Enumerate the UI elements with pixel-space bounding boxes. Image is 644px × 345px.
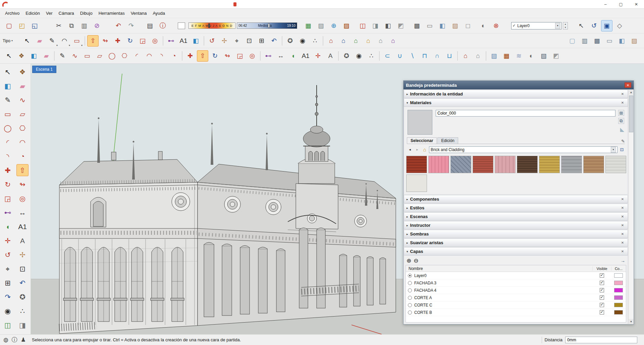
dimension-tool[interactable]: ↔ xyxy=(16,206,29,218)
separator[interactable] xyxy=(457,51,458,61)
section-sombras[interactable]: ▸ Sombras ✕ xyxy=(404,230,628,238)
material-brick-red[interactable] xyxy=(406,156,427,173)
paste-button[interactable]: ▥ xyxy=(78,20,90,31)
position-camera-tool[interactable]: ✪ xyxy=(16,291,29,303)
menu-camara[interactable]: Cámara xyxy=(56,9,77,17)
layer-color-swatch[interactable] xyxy=(614,295,623,300)
material-cladding-tan[interactable] xyxy=(583,156,604,173)
distance-input[interactable] xyxy=(565,337,637,343)
materials-browser-button[interactable]: ▦ xyxy=(501,50,512,62)
shadow-time-slider[interactable]: 06:42 Mediodía 19:10 xyxy=(237,22,297,29)
orbit-tool[interactable]: ↺ xyxy=(2,249,14,261)
layer-radio[interactable] xyxy=(408,274,412,278)
eraser-tool[interactable]: ▰ xyxy=(16,80,29,92)
look-around-tool[interactable]: ◉ xyxy=(2,305,14,317)
menu-edicion[interactable]: Edición xyxy=(22,9,43,17)
add-layer-button[interactable]: ⊕ xyxy=(407,258,411,264)
layer-spinner[interactable]: ▴ ▾ xyxy=(563,22,568,29)
move-button[interactable]: ✚ xyxy=(112,35,123,47)
scroll-down-icon[interactable]: ▼ xyxy=(629,319,634,324)
section-escenas[interactable]: ▸ Escenas ✕ xyxy=(404,212,628,221)
column-nombre[interactable]: Nombre xyxy=(406,266,592,271)
material-name-input[interactable] xyxy=(436,110,615,117)
shadow-settings-button[interactable] xyxy=(176,20,187,31)
material-preview[interactable] xyxy=(408,110,432,135)
material-cladding-white[interactable] xyxy=(605,156,626,173)
line-button[interactable]: ✎ xyxy=(57,50,68,62)
zoom-window-button[interactable]: ⊡ xyxy=(244,35,255,47)
line-tool[interactable]: ✎ xyxy=(2,94,14,106)
previous-view-button[interactable]: ↶ xyxy=(268,35,280,47)
wireframe-button[interactable]: ▩ xyxy=(591,35,603,47)
next-view-tool[interactable]: ↷ xyxy=(2,291,14,303)
chevron-down-icon[interactable]: ▾ xyxy=(611,147,616,153)
pie-tool[interactable]: ◔ xyxy=(16,150,29,162)
tab-edicion[interactable]: Edición xyxy=(437,137,458,144)
layer-radio[interactable] xyxy=(408,303,412,307)
shadows-button[interactable]: ◐ xyxy=(526,50,537,62)
three-point-arc-tool[interactable]: ◝ xyxy=(2,150,14,162)
dimension-button[interactable]: ↔ xyxy=(275,50,286,62)
layer-row[interactable]: CORTE B xyxy=(406,309,626,316)
spin-down-icon[interactable]: ▾ xyxy=(563,26,568,29)
separator[interactable] xyxy=(338,51,339,61)
style-wireframe-button[interactable]: ▩ xyxy=(411,20,423,31)
make-component-button[interactable]: ❖ xyxy=(16,50,27,62)
minimize-button[interactable]: – xyxy=(598,0,613,9)
layer-dropdown[interactable]: ✓ Layer0 ▾ xyxy=(511,22,561,29)
add-location-button[interactable]: ⊕ xyxy=(328,20,339,31)
push-pull-tool[interactable]: ⇧ xyxy=(16,164,29,176)
walk-tool[interactable]: ∴ xyxy=(16,305,29,317)
section-close-button[interactable]: ✕ xyxy=(620,223,625,227)
scene-tab[interactable]: Escena 1 xyxy=(32,66,56,73)
eraser-button[interactable]: ▰ xyxy=(34,35,45,47)
orbit-view-button[interactable]: ↺ xyxy=(588,20,600,31)
axes-tool[interactable]: ✛ xyxy=(2,234,14,247)
section-materiales[interactable]: ▾ Materiales ✕ xyxy=(404,98,628,107)
push-pull-button[interactable]: ⇧ xyxy=(87,35,99,47)
shaded-button[interactable]: ◧ xyxy=(616,35,628,47)
separator[interactable] xyxy=(204,36,204,46)
freehand-tool[interactable]: ∿ xyxy=(16,94,29,106)
display-section-cuts-button[interactable]: ◧ xyxy=(382,20,394,31)
paint-bucket-button[interactable]: ◧ xyxy=(190,35,202,47)
axes-button[interactable]: ✛ xyxy=(312,50,324,62)
forward-button[interactable]: ▸ xyxy=(414,147,420,153)
separator[interactable] xyxy=(282,36,282,46)
collection-dropdown[interactable]: Brick and Cladding ▾ xyxy=(429,146,618,153)
date-slider-handle[interactable] xyxy=(208,23,210,28)
arc-button[interactable]: ◠ xyxy=(59,35,70,47)
move-button[interactable]: ✚ xyxy=(184,50,196,62)
iso-view-button[interactable]: ▣ xyxy=(601,20,612,31)
gradient-button[interactable]: ◩ xyxy=(550,50,562,62)
toggle-terrain-button[interactable]: ▧ xyxy=(315,20,327,31)
top-view-button[interactable]: ⌂ xyxy=(338,35,349,47)
zoom-extents-tool[interactable]: ⊞ xyxy=(2,277,14,289)
polygon-tool[interactable]: ⎔ xyxy=(16,122,29,134)
account-icon[interactable]: ♟ xyxy=(21,336,26,343)
position-camera-button[interactable]: ✪ xyxy=(341,50,352,62)
iso-view-button[interactable]: ⌂ xyxy=(325,35,337,47)
layer-color-swatch[interactable] xyxy=(614,310,623,315)
eraser-button[interactable]: ▰ xyxy=(41,50,52,62)
tipo-dropdown[interactable]: Tipo ▾ xyxy=(3,33,13,48)
back-edges-button[interactable]: ▥ xyxy=(579,35,590,47)
move-tool[interactable]: ✚ xyxy=(2,164,14,176)
material-pink-tile[interactable] xyxy=(428,156,449,173)
maximize-button[interactable]: ▢ xyxy=(613,0,629,9)
pan-tool[interactable]: ✢ xyxy=(16,249,29,261)
select-button[interactable]: ↖ xyxy=(3,50,15,62)
menu-ventana[interactable]: Ventana xyxy=(128,9,150,17)
tape-measure-button[interactable]: ⊷ xyxy=(165,35,177,47)
redo-button[interactable]: ↷ xyxy=(125,20,137,31)
layer-visible-checkbox[interactable] xyxy=(600,273,604,278)
zoom-button[interactable]: ⌖ xyxy=(231,35,243,47)
three-point-arc-button[interactable]: ◝ xyxy=(156,50,167,62)
split-button[interactable]: ⊔ xyxy=(444,50,455,62)
hidden-line-button[interactable]: ▭ xyxy=(604,35,615,47)
section-display-toggle-button[interactable]: ⊗ xyxy=(490,20,502,31)
section-estilos[interactable]: ▸ Estilos ✕ xyxy=(404,204,628,212)
styles-browser-button[interactable]: ▨ xyxy=(488,50,500,62)
material-brick-dark[interactable] xyxy=(517,156,538,173)
follow-me-button[interactable]: ↬ xyxy=(222,50,233,62)
